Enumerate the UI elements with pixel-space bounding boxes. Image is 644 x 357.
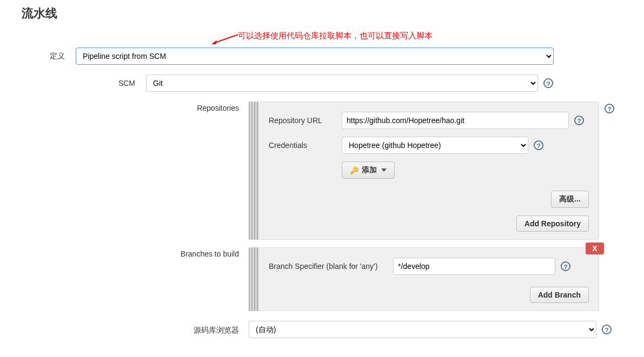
svg-text:?: ? — [577, 117, 581, 124]
svg-text:?: ? — [546, 80, 550, 87]
key-icon: 🔑 — [350, 166, 358, 174]
repo-browser-help-icon[interactable]: ? — [602, 325, 612, 334]
repo-browser-label: 源码库浏览器 — [11, 324, 249, 335]
drag-handle[interactable] — [249, 102, 258, 240]
scm-select[interactable]: Git — [146, 75, 538, 92]
repositories-help-icon[interactable]: ? — [605, 104, 614, 113]
caret-down-icon — [381, 169, 387, 172]
branch-specifier-label: Branch Specifier (blank for 'any') — [269, 262, 393, 271]
svg-marker-1 — [211, 40, 217, 44]
definition-label: 定义 — [11, 51, 76, 61]
repository-url-input[interactable] — [342, 112, 569, 129]
page-title: 流水线 — [22, 5, 633, 22]
credentials-help-icon[interactable]: ? — [534, 140, 543, 150]
repo-url-help-icon[interactable]: ? — [574, 116, 584, 125]
svg-text:?: ? — [607, 105, 611, 112]
repositories-box: Repository URL ? Credentials Hopetree (g… — [258, 102, 599, 240]
add-credentials-label: 添加 — [362, 165, 377, 175]
advanced-button[interactable]: 高级... — [551, 191, 589, 208]
scm-label: SCM — [11, 79, 146, 87]
add-branch-button[interactable]: Add Branch — [530, 287, 589, 303]
repositories-label: Repositories — [11, 102, 249, 112]
definition-select[interactable]: Pipeline script from SCM — [76, 48, 554, 65]
branches-box: X Branch Specifier (blank for 'any') ? A… — [258, 247, 599, 311]
repository-url-label: Repository URL — [269, 116, 342, 125]
delete-branch-button[interactable]: X — [586, 243, 604, 254]
credentials-label: Credentials — [269, 141, 342, 150]
drag-handle-br[interactable] — [249, 247, 258, 311]
branch-specifier-help-icon[interactable]: ? — [561, 261, 570, 271]
branch-specifier-input[interactable] — [393, 258, 555, 275]
svg-text:?: ? — [563, 263, 567, 270]
svg-text:?: ? — [605, 326, 608, 333]
annotation-text: 可以选择使用代码仓库拉取脚本，也可以直接写入脚本 — [238, 31, 433, 41]
add-repository-button[interactable]: Add Repository — [516, 215, 589, 232]
credentials-select[interactable]: Hopetree (github Hopetree) — [342, 137, 528, 154]
svg-text:?: ? — [536, 142, 540, 149]
annotation-arrow — [211, 33, 241, 44]
repo-browser-select[interactable]: (自动) — [249, 321, 596, 338]
scm-help-icon[interactable]: ? — [543, 78, 553, 88]
add-credentials-button[interactable]: 🔑 添加 — [342, 161, 395, 179]
branches-label: Branches to build — [11, 247, 249, 258]
svg-line-0 — [214, 35, 238, 43]
